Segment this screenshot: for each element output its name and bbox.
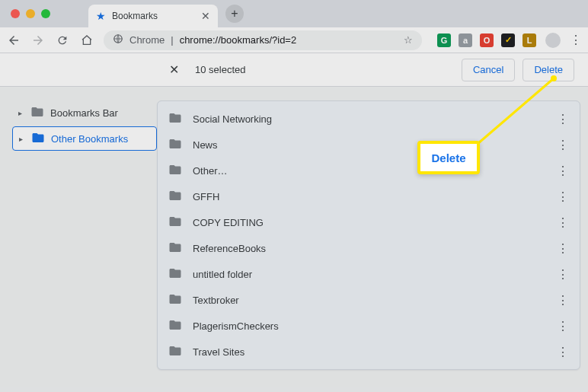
close-tab-icon[interactable]: ✕ (201, 10, 210, 22)
minimize-window-button[interactable] (26, 9, 35, 18)
list-item[interactable]: PlagerismCheckers⋮ (158, 313, 580, 339)
folder-icon (168, 318, 182, 334)
item-menu-icon[interactable]: ⋮ (557, 345, 569, 359)
close-window-button[interactable] (11, 9, 20, 18)
folder-icon (168, 163, 182, 179)
folder-name: Textbroker (193, 295, 557, 306)
item-menu-icon[interactable]: ⋮ (557, 138, 569, 152)
folder-name: ReferenceBooks (193, 243, 557, 254)
annotation-callout: Delete (417, 141, 480, 174)
list-item[interactable]: COPY EDITING⋮ (158, 209, 580, 235)
new-tab-button[interactable]: + (225, 5, 244, 23)
item-menu-icon[interactable]: ⋮ (557, 164, 569, 178)
folder-icon (168, 292, 182, 308)
list-item[interactable]: News⋮ (158, 132, 580, 158)
folder-icon (168, 189, 182, 205)
tab-title: Bookmarks (112, 11, 195, 21)
sidebar: ▸Bookmarks Bar▸Other Bookmarks (5, 100, 157, 370)
browser-menu-icon[interactable]: ⋮ (570, 33, 582, 47)
list-item[interactable]: ReferenceBooks⋮ (158, 235, 580, 261)
list-item[interactable]: GFFH⋮ (158, 183, 580, 209)
list-item[interactable]: Social Networking⋮ (158, 106, 580, 132)
list-item[interactable]: untitled folder⋮ (158, 261, 580, 287)
item-menu-icon[interactable]: ⋮ (557, 215, 569, 230)
folder-name: Travel Sites (193, 346, 557, 358)
bookmarks-content: ▸Bookmarks Bar▸Other Bookmarks Social Ne… (0, 87, 588, 370)
sidebar-item-bookmarks-bar[interactable]: ▸Bookmarks Bar (12, 100, 157, 125)
browser-tab[interactable]: ★ Bookmarks ✕ (88, 5, 218, 27)
selection-toolbar: ✕ 10 selected Cancel Delete (0, 53, 588, 87)
item-menu-icon[interactable]: ⋮ (557, 267, 569, 282)
folder-name: COPY EDITING (193, 217, 557, 228)
item-menu-icon[interactable]: ⋮ (557, 241, 569, 256)
chevron-right-icon: ▸ (18, 109, 24, 117)
address-bar[interactable]: Chrome | chrome://bookmarks/?id=2 ☆ (104, 30, 422, 50)
url-divider: | (171, 34, 173, 46)
folder-icon (30, 105, 44, 121)
url-scheme-label: Chrome (129, 34, 165, 46)
extensions-area: GaO✓L (437, 33, 536, 47)
sidebar-item-label: Other Bookmarks (51, 133, 128, 145)
folder-icon (168, 215, 182, 231)
item-menu-icon[interactable]: ⋮ (557, 112, 569, 126)
sidebar-item-other-bookmarks[interactable]: ▸Other Bookmarks (12, 126, 157, 151)
folder-name: Social Networking (193, 113, 557, 125)
item-menu-icon[interactable]: ⋮ (557, 319, 569, 333)
profile-avatar[interactable] (545, 33, 561, 48)
sidebar-item-label: Bookmarks Bar (50, 107, 118, 119)
folder-icon (168, 137, 182, 153)
reload-button[interactable] (55, 33, 70, 48)
folder-icon (168, 111, 182, 127)
extension-g-icon[interactable]: G (437, 33, 451, 47)
bookmark-star-icon: ★ (96, 10, 106, 22)
folder-icon (31, 131, 45, 147)
folder-icon (168, 344, 182, 360)
item-menu-icon[interactable]: ⋮ (557, 293, 569, 308)
close-selection-icon[interactable]: ✕ (166, 62, 181, 77)
extension-a-icon[interactable]: a (459, 33, 472, 47)
delete-button[interactable]: Delete (522, 59, 574, 81)
bookmark-list: Social Networking⋮News⋮Other…⋮GFFH⋮COPY … (157, 100, 580, 370)
site-info-icon[interactable] (113, 33, 123, 46)
extension-ev-icon[interactable]: ✓ (501, 33, 515, 47)
selection-count: 10 selected (195, 64, 246, 75)
bookmark-page-icon[interactable]: ☆ (404, 34, 413, 46)
chevron-right-icon: ▸ (19, 135, 25, 143)
extension-o-icon[interactable]: O (480, 33, 494, 47)
cancel-button[interactable]: Cancel (462, 59, 515, 81)
fullscreen-window-button[interactable] (41, 9, 50, 18)
home-button[interactable] (79, 33, 94, 48)
folder-name: News (193, 139, 557, 151)
extension-l-icon[interactable]: L (522, 33, 536, 47)
folder-name: GFFH (193, 191, 557, 202)
folder-icon (168, 241, 182, 257)
folder-icon (168, 266, 182, 282)
folder-name: PlagerismCheckers (193, 320, 557, 332)
forward-button[interactable] (30, 33, 46, 48)
browser-toolbar: Chrome | chrome://bookmarks/?id=2 ☆ GaO✓… (0, 27, 588, 53)
list-item[interactable]: Other…⋮ (158, 158, 580, 183)
list-item[interactable]: Travel Sites⋮ (158, 339, 580, 365)
folder-name: Other… (193, 165, 557, 177)
window-titlebar: ★ Bookmarks ✕ + (0, 0, 588, 27)
url-text: chrome://bookmarks/?id=2 (180, 34, 398, 46)
back-button[interactable] (6, 33, 21, 48)
list-item[interactable]: Textbroker⋮ (158, 287, 580, 313)
window-controls (11, 9, 50, 18)
folder-name: untitled folder (193, 269, 557, 280)
item-menu-icon[interactable]: ⋮ (557, 190, 569, 204)
annotation-label: Delete (431, 151, 465, 164)
